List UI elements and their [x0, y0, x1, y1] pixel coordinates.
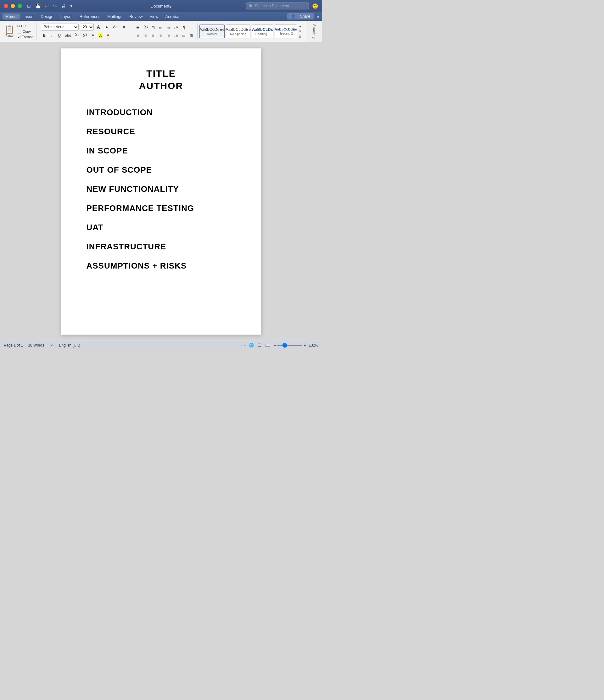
doc-heading-0: INTRODUCTION — [87, 107, 236, 117]
ribbon-collapse-button[interactable]: ∧ — [316, 14, 320, 19]
menu-item-mailings[interactable]: Mailings — [104, 14, 125, 20]
zoom-in-button[interactable]: + — [304, 343, 306, 348]
print-icon[interactable]: 🖨 — [60, 3, 67, 9]
proofing-icon[interactable]: ✓ — [49, 343, 54, 348]
lists-row2: ≡ ≡ ≡ ≡ |≡ ↕≡ ▭ ⊞ — [135, 32, 195, 39]
font-row2: B I U abc X2 X2 A A A — [41, 32, 127, 39]
text-color-button[interactable]: A — [104, 32, 111, 39]
paste-section: 📋 Paste ✂ Cut 📄 Copy 🖌 Format — [2, 22, 37, 41]
subscript-button[interactable]: X2 — [73, 32, 81, 39]
styles-scroll-down[interactable]: ▼ — [298, 29, 302, 33]
zoom-slider[interactable] — [277, 345, 302, 346]
sort-button[interactable]: ↕A — [172, 24, 180, 31]
document[interactable]: TITLE AUTHOR INTRODUCTION RESOURCE IN SC… — [61, 48, 261, 334]
style-no-spacing[interactable]: AaBbCcDdEe No Spacing — [226, 25, 250, 39]
menu-item-design[interactable]: Design — [38, 14, 56, 20]
change-case-button[interactable]: Aa — [111, 24, 119, 30]
web-layout-view[interactable]: 🌐 — [248, 343, 255, 348]
doc-author: AUTHOR — [87, 79, 236, 92]
title-bar-actions: 🔍 🙂 — [246, 2, 318, 9]
copy-button[interactable]: 📄 Copy — [16, 29, 34, 34]
undo-icon[interactable]: ↩ — [44, 3, 50, 9]
maximize-button[interactable] — [18, 4, 22, 8]
emoji-button[interactable]: 🙂 — [312, 3, 318, 9]
more-icon[interactable]: ▾ — [69, 3, 74, 9]
font-color-button[interactable]: A — [89, 32, 96, 39]
doc-heading-1: RESOURCE — [87, 127, 236, 136]
numbering-button[interactable]: ⑴ — [142, 24, 149, 31]
status-bar: Page 1 of 1 18 Words ✓ English (UK) ▭ 🌐 … — [0, 341, 322, 349]
outline-view[interactable]: ☰ — [257, 343, 262, 348]
menu-item-home[interactable]: Home — [2, 14, 20, 20]
style-normal[interactable]: AaBbCcDdEe Normal — [199, 25, 225, 39]
ribbon: 📋 Paste ✂ Cut 📄 Copy 🖌 Format Bebas Neue… — [0, 21, 322, 42]
redo-icon[interactable]: ↪ — [52, 3, 58, 9]
menu-item-insert[interactable]: Insert — [20, 14, 37, 20]
style-heading1[interactable]: AaBbCcDc Heading 1 — [252, 25, 273, 39]
share-button[interactable]: 👤 + Share — [287, 13, 314, 20]
status-bar-right: ▭ 🌐 ☰ 📖 − + 132% — [241, 343, 318, 348]
clear-formatting-button[interactable]: ✕ — [120, 24, 127, 30]
menu-item-view[interactable]: View — [147, 14, 162, 20]
menu-item-layout[interactable]: Layout — [57, 14, 76, 20]
doc-heading-6: UAT — [87, 223, 236, 232]
decrease-indent-button[interactable]: ⇤ — [157, 24, 164, 31]
superscript-button[interactable]: X2 — [81, 32, 89, 39]
menu-bar: Home Insert Design Layout References Mai… — [0, 12, 322, 21]
justify-button[interactable]: ≡ — [157, 32, 164, 39]
highlight-button[interactable]: A — [97, 32, 104, 39]
save-icon[interactable]: 💾 — [34, 3, 42, 9]
read-mode-view[interactable]: 📖 — [265, 343, 271, 348]
sidebar-toggle-icon[interactable]: ⊞ — [26, 3, 32, 9]
paste-side-buttons: ✂ Cut 📄 Copy 🖌 Format — [16, 22, 34, 41]
show-marks-button[interactable]: ¶ — [180, 24, 188, 31]
line-spacing-button[interactable]: ↕≡ — [172, 32, 179, 39]
font-grow-button[interactable]: A — [95, 24, 102, 30]
style-h1-label: Heading 1 — [256, 32, 270, 36]
column-break-button[interactable]: |≡ — [165, 32, 172, 39]
styles-more[interactable]: ⊞ — [298, 34, 302, 39]
search-input[interactable] — [255, 4, 306, 8]
menu-right: 👤 + Share ∧ — [287, 13, 320, 20]
title-bar: ⊞ 💾 ↩ ↪ 🖨 ▾ Document2 🔍 🙂 — [0, 0, 322, 12]
paste-button[interactable]: 📋 Paste — [3, 22, 16, 41]
italic-button[interactable]: I — [48, 32, 55, 39]
format-painter-button[interactable]: 🖌 Format — [16, 34, 34, 39]
bold-button[interactable]: B — [41, 32, 48, 39]
style-normal-preview: AaBbCcDdEe — [199, 27, 225, 32]
lists-section: ☰ ⑴ ⊟ ⇤ ⇥ ↕A ¶ ≡ ≡ ≡ ≡ |≡ ↕≡ ▭ ⊞ — [132, 23, 197, 39]
styles-pane-button[interactable]: ¶ StylesPane — [304, 22, 320, 41]
doc-heading-7: INFRASTRUCTURE — [87, 242, 236, 252]
menu-item-review[interactable]: Review — [126, 14, 146, 20]
search-bar[interactable]: 🔍 — [246, 2, 309, 9]
align-center-button[interactable]: ≡ — [142, 32, 149, 39]
menu-item-references[interactable]: References — [76, 14, 103, 20]
share-icon: 👤 — [291, 14, 296, 19]
styles-scroll-up[interactable]: ▲ — [298, 24, 302, 28]
font-size-select[interactable]: 29 — [80, 24, 94, 30]
close-button[interactable] — [4, 4, 8, 8]
font-shrink-button[interactable]: A — [103, 24, 110, 30]
styles-pane-icon: ¶ — [308, 23, 316, 32]
search-icon: 🔍 — [249, 4, 253, 8]
cut-button[interactable]: ✂ Cut — [16, 24, 34, 29]
doc-heading-8: ASSUMPTIONS + RISKS — [87, 261, 236, 271]
borders-button[interactable]: ⊞ — [188, 32, 195, 39]
styles-nav: ▲ ▼ ⊞ — [298, 24, 302, 39]
traffic-lights — [4, 4, 22, 8]
zoom-out-button[interactable]: − — [273, 343, 276, 348]
align-left-button[interactable]: ≡ — [135, 32, 142, 39]
menu-item-acrobat[interactable]: Acrobat — [162, 14, 183, 20]
increase-indent-button[interactable]: ⇥ — [165, 24, 172, 31]
minimize-button[interactable] — [11, 4, 15, 8]
font-name-select[interactable]: Bebas Neue — [41, 24, 79, 30]
style-heading2[interactable]: AaBbCcDdEe Heading 2 — [275, 25, 297, 39]
underline-button[interactable]: U — [56, 32, 63, 39]
strikethrough-button[interactable]: abc — [64, 32, 73, 39]
shading-button[interactable]: ▭ — [180, 32, 187, 39]
multilevel-list-button[interactable]: ⊟ — [150, 24, 157, 31]
print-layout-view[interactable]: ▭ — [241, 343, 246, 348]
style-h2-label: Heading 2 — [279, 32, 293, 35]
align-right-button[interactable]: ≡ — [150, 32, 157, 39]
bullets-button[interactable]: ☰ — [135, 24, 142, 31]
